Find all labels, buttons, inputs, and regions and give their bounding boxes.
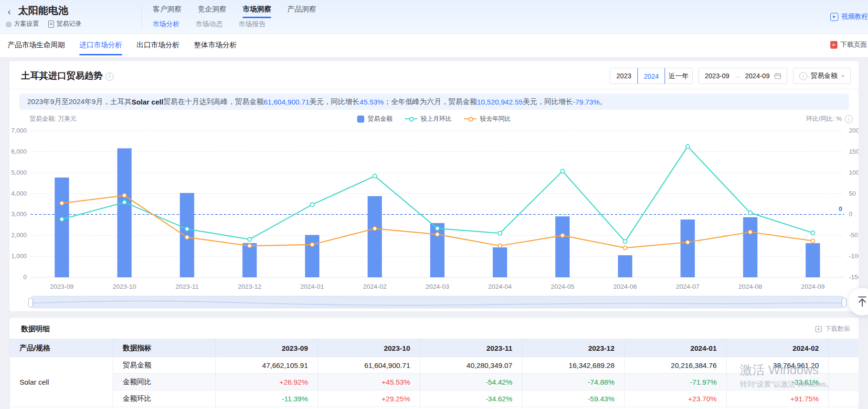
svg-text:2024-03: 2024-03: [425, 283, 449, 290]
table-row-金额环比: 金额环比-11.39%+29.25%-34.62%-59.43%+23.70%+…: [10, 390, 859, 407]
download-data-label: 下载数据: [825, 323, 850, 335]
zoom-handle-right[interactable]: [842, 298, 847, 307]
download-data-link[interactable]: 下载数据: [815, 323, 850, 335]
svg-text:-150: -150: [849, 273, 858, 281]
nav-item-进口市场分析[interactable]: 进口市场分析: [79, 34, 122, 57]
chart-title: 土耳其进口贸易趋势i: [21, 68, 114, 84]
svg-text:2024-04: 2024-04: [488, 283, 512, 290]
summary-segment-4: 美元，同比增长: [309, 97, 360, 106]
value-cell-2024-01-贸易金额: 20,216,384.76: [625, 357, 727, 374]
svg-text:2024-09: 2024-09: [801, 283, 825, 290]
date-to[interactable]: 2024-09: [745, 72, 770, 80]
download-page-link[interactable]: P 下载页面: [830, 41, 867, 49]
nav-item-整体市场分析[interactable]: 整体市场分析: [194, 34, 237, 57]
column-header-2024-01: 2024-01: [625, 339, 727, 357]
svg-text:6,000: 6,000: [11, 148, 27, 155]
column-header-2023-12: 2023-12: [522, 339, 625, 357]
value-cell-clipped: [829, 374, 859, 390]
value-cell-2023-12-金额同比: -74.88%: [522, 374, 625, 390]
value-cell-2023-10-金额同比: +45.53%: [318, 374, 420, 390]
video-tutorial-label: 视频教程: [841, 12, 868, 21]
nav-items: 产品市场生命周期进口市场分析出口市场分析整体市场分析: [8, 34, 237, 57]
value-cell-2024-02-金额环比: +91.75%: [727, 390, 829, 407]
value-cell-2023-11-贸易金额: 40,280,349.07: [420, 357, 522, 374]
arrow-up-to-bar-icon: [856, 295, 868, 308]
svg-text:2023-09: 2023-09: [50, 283, 74, 290]
svg-text:2024-07: 2024-07: [676, 283, 700, 290]
data-detail-title: 数据明细: [21, 323, 50, 335]
top-header: ‹ 太阳能电池 ◎ 方案设置 贸易记录 客户洞察竞企洞察市场洞察产品洞察 市场分…: [0, 0, 868, 34]
summary-segment-2: 贸易在十月达到高峰，贸易金额: [163, 97, 264, 106]
svg-text:3,000: 3,000: [11, 210, 27, 218]
info-icon: i: [799, 72, 807, 80]
summary-segment-0: 2023年9月至2024年9月，土耳其: [27, 97, 131, 106]
value-cell-2023-10-贸易金额: 61,604,900.71: [318, 357, 420, 374]
svg-text:2023-12: 2023-12: [238, 283, 262, 290]
svg-text:0: 0: [849, 210, 852, 218]
svg-text:2,000: 2,000: [11, 231, 27, 239]
table-row-贸易金额: Solar cell贸易金额47,662,105.9161,604,900.71…: [10, 357, 859, 374]
column-header-2023-11: 2023-11: [420, 339, 522, 357]
svg-text:0: 0: [23, 273, 27, 281]
chart-legend: 贸易金额较上月环比较去年同比: [10, 114, 858, 124]
chart-zoom-scrollbar[interactable]: [29, 296, 846, 308]
legend-item-较上月环比[interactable]: 较上月环比: [405, 115, 452, 123]
back-icon[interactable]: ‹: [8, 6, 11, 17]
info-icon[interactable]: i: [106, 73, 114, 81]
year-button-2024[interactable]: 2024: [637, 68, 665, 84]
legend-label: 较去年同比: [480, 115, 511, 123]
chart-meta-row: 贸易金额: 万美元 贸易金额较上月环比较去年同比 环比/同比: %i: [10, 114, 858, 124]
primary-tabs: 客户洞察竞企洞察市场洞察产品洞察: [153, 5, 316, 18]
tab-客户洞察[interactable]: 客户洞察: [153, 5, 181, 18]
column-header-2023-09: 2023-09: [216, 339, 318, 357]
tab-市场洞察[interactable]: 市场洞察: [243, 5, 271, 18]
date-range-picker[interactable]: 2023-09 → 2024-09: [699, 68, 787, 84]
pdf-icon: P: [830, 41, 837, 49]
plan-settings-link[interactable]: ◎ 方案设置: [6, 20, 39, 28]
svg-text:4,000: 4,000: [11, 190, 27, 197]
legend-item-较去年同比[interactable]: 较去年同比: [464, 115, 511, 123]
year-button-2023[interactable]: 2023: [610, 68, 638, 84]
video-tutorial-link[interactable]: ▶ 视频教程: [830, 12, 868, 21]
value-cell-clipped: [829, 357, 859, 374]
metric-dropdown[interactable]: i 贸易金额 ∨: [793, 68, 851, 84]
svg-text:7,000: 7,000: [11, 127, 27, 134]
arrow-right-icon: →: [734, 73, 741, 80]
tab-竞企洞察[interactable]: 竞企洞察: [198, 5, 226, 18]
nav-item-产品市场生命周期[interactable]: 产品市场生命周期: [8, 34, 65, 57]
date-from[interactable]: 2023-09: [705, 72, 729, 80]
column-header-产品/规格: 产品/规格: [10, 339, 113, 357]
svg-text:2024-02: 2024-02: [363, 283, 387, 290]
metric-cell: 贸易金额: [113, 357, 216, 374]
summary-segment-8: 美元，同比增长: [523, 97, 573, 106]
subtab-市场报告[interactable]: 市场报告: [239, 20, 265, 32]
legend-item-贸易金额[interactable]: 贸易金额: [357, 115, 392, 123]
nav-item-出口市场分析[interactable]: 出口市场分析: [137, 34, 180, 57]
subtab-市场动态[interactable]: 市场动态: [196, 20, 222, 32]
value-cell-2024-02-贸易金额: 38,764,961.20: [727, 357, 829, 374]
secondary-tabs: 市场分析市场动态市场报告: [153, 20, 265, 32]
svg-text:5,000: 5,000: [11, 169, 27, 176]
chart-controls: 20232024近一年 2023-09 → 2024-09 i 贸易金额 ∨: [610, 68, 851, 84]
tab-产品洞察[interactable]: 产品洞察: [287, 5, 316, 18]
year-button-近一年[interactable]: 近一年: [665, 68, 692, 84]
chevron-down-icon: ∨: [841, 73, 845, 78]
page-title: 太阳能电池: [18, 4, 68, 17]
legend-line-marker: [464, 116, 476, 121]
zoom-handle-left[interactable]: [28, 298, 33, 307]
metric-cell: 金额同比: [113, 374, 216, 390]
trade-records-label: 贸易记录: [56, 20, 81, 28]
svg-text:200: 200: [849, 127, 858, 134]
value-cell-2024-02-金额同比: -33.61%: [727, 374, 829, 390]
metric-cell: 金额环比: [113, 390, 216, 407]
data-detail-table: 产品/规格数据指标2023-092023-102023-112023-12202…: [10, 339, 858, 407]
value-cell-2023-09-金额环比: -11.39%: [216, 390, 318, 407]
subtab-市场分析[interactable]: 市场分析: [153, 20, 180, 32]
value-cell-2023-12-贸易金额: 16,342,689.28: [522, 357, 625, 374]
legend-bar-marker: [357, 115, 364, 123]
trade-records-link[interactable]: 贸易记录: [48, 20, 81, 28]
summary-segment-3: 61,604,900.71: [264, 98, 309, 106]
product-cell: Solar cell: [10, 357, 113, 407]
value-cell-2023-11-金额环比: -34.62%: [420, 390, 522, 407]
info-icon[interactable]: i: [845, 115, 853, 123]
